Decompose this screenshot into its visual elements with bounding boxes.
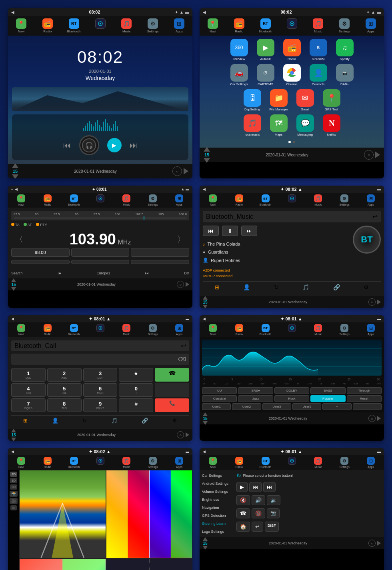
up-arrow-1[interactable] [12, 163, 18, 168]
num-0[interactable]: 0+ [119, 383, 153, 397]
nav-settings-1[interactable]: ⚙ Settings [140, 18, 166, 34]
app-dab[interactable]: 📷 DAB+ [333, 64, 357, 86]
prev-btn-s[interactable]: ⏮ [249, 482, 262, 492]
eq-plus[interactable]: + [322, 403, 351, 410]
nav-settings-2[interactable]: ⚙ Settings [331, 18, 358, 34]
app-360view[interactable]: 360 360View [227, 39, 251, 61]
nav-music-3[interactable]: 🎵 Music [113, 194, 140, 207]
back-icon-6[interactable]: ◀ [203, 317, 206, 321]
nav-settings-8[interactable]: ⚙Settings [331, 456, 358, 469]
down-arrow-8[interactable] [203, 546, 208, 550]
prev-station[interactable]: ⏮ [58, 271, 62, 275]
play-button[interactable]: ▶ [107, 138, 122, 152]
nav-settings-6[interactable]: ⚙Settings [331, 323, 358, 336]
nav-settings-7[interactable]: ⚙Settings [140, 456, 166, 469]
eq-user3[interactable]: User3 [262, 403, 291, 410]
num-1[interactable]: 1QLD [11, 368, 46, 382]
nav-settings-4[interactable]: ⚙Settings [331, 194, 358, 207]
eq-jazz[interactable]: Jazz [238, 395, 273, 402]
nav-navi-7[interactable]: 📍Navi [8, 456, 34, 469]
cam-photo-btn[interactable]: 📸 [10, 491, 18, 497]
nav-apps-2[interactable]: ⊞ Apps [358, 18, 384, 34]
up-arrow-4[interactable] [203, 296, 208, 300]
preset-1[interactable]: 98.00 [11, 248, 70, 257]
nav-music-1[interactable]: 🎵 Music [113, 18, 140, 34]
nav-bt-5[interactable]: BTBluetooth [61, 323, 87, 336]
nav-music-2[interactable]: 🎵 Music [305, 18, 331, 34]
bt-link-icon[interactable]: 🔗 [333, 284, 340, 290]
back-icon-4[interactable]: ◀ [203, 187, 206, 191]
nav-music-8[interactable]: 🎵Music [305, 456, 331, 469]
up-arrow-2[interactable] [204, 147, 210, 152]
app-siriusxm[interactable]: S SiriusXM [306, 39, 330, 61]
app-chrome[interactable]: Chrome [280, 64, 304, 86]
bt-gear-icon[interactable]: ⚙ [364, 284, 369, 290]
up-arrow-5[interactable] [11, 429, 16, 432]
cam-3d-btn-2[interactable]: 3D [10, 484, 17, 490]
eq-user2[interactable]: User2 [232, 403, 261, 410]
back-tri-3[interactable]: ◀ [15, 187, 18, 191]
hangup-btn[interactable]: 📵 [252, 508, 265, 518]
eq-rock[interactable]: Rock [274, 395, 309, 402]
app-carsettings[interactable]: 🚗 Car Settings [227, 64, 251, 86]
bt-call-back[interactable]: ↩ [181, 342, 186, 350]
preset-6[interactable] [131, 260, 189, 264]
preset-3[interactable] [131, 248, 189, 257]
next-station[interactable]: ⏭ [145, 271, 149, 275]
nav-cam-5[interactable] [87, 323, 114, 336]
nav-music-6[interactable]: 🎵Music [305, 323, 331, 336]
eq-reset[interactable]: Reset [347, 395, 382, 402]
nav-bt-1[interactable]: BT Bluetooth [61, 18, 87, 34]
app-autokit[interactable]: ▶ AutoKit [254, 39, 278, 61]
nav-apps-3[interactable]: ⊞ Apps [166, 194, 192, 207]
nav-bt-3[interactable]: BT Bluetooth [61, 194, 87, 207]
app-spotify[interactable]: ♫ Spotify [333, 39, 357, 61]
nav-music-5[interactable]: 🎵Music [113, 323, 140, 336]
vol-down-btn[interactable]: 🔉 [267, 495, 280, 505]
nav-radio-5[interactable]: 📻Radio [34, 323, 61, 336]
nav-bt-6[interactable]: BTBluetooth [252, 323, 279, 336]
down-arrow-3[interactable] [11, 287, 16, 291]
call-gear-icon[interactable]: ⚙ [172, 418, 177, 424]
back-triangle-1[interactable] [184, 168, 188, 174]
app-dspsetting[interactable]: 🎛 DspSetting [240, 89, 264, 111]
nav-navi-8[interactable]: 📍Navi [200, 456, 226, 469]
app-gmail[interactable]: ✉ Gmail [293, 89, 317, 111]
app-cartpms[interactable]: ⏱ CARTPMS [254, 64, 278, 86]
home-btn-5[interactable]: ○ [177, 431, 184, 438]
home-btn-3[interactable]: ○ [177, 281, 184, 288]
next-icon[interactable]: ⏭ [130, 141, 138, 150]
camera-btn-s[interactable]: 📷 [267, 508, 280, 518]
nav-cam-2[interactable] [279, 18, 305, 34]
eq-uu[interactable]: UU [202, 387, 237, 394]
call-keypad-icon[interactable]: ⊞ [23, 418, 28, 424]
up-arrow-8[interactable] [203, 537, 208, 541]
eq-classical[interactable]: Classical [202, 395, 237, 402]
eq-bass[interactable]: BASS [310, 387, 345, 394]
eq-through[interactable]: Through [347, 387, 382, 394]
down-arrow-6[interactable] [203, 421, 208, 425]
nav-bt-4[interactable]: BTBluetooth [252, 194, 279, 207]
nav-radio-3[interactable]: 📻 Radio [34, 194, 61, 207]
disf-btn[interactable]: DISF [265, 522, 279, 532]
num-6[interactable]: 6MNO [83, 383, 118, 397]
nav-cam-6[interactable] [279, 323, 305, 336]
num-4[interactable]: 4GHI [11, 383, 46, 397]
eq-minus[interactable]: – [353, 403, 382, 410]
app-localmusic[interactable]: 🎵 localmusic [240, 114, 264, 136]
next-btn-s[interactable]: ⏭ [263, 482, 276, 492]
num-5[interactable]: 5JKL [47, 383, 82, 397]
num-hash[interactable]: # [119, 398, 153, 412]
nav-navi-6[interactable]: 📍Navi [200, 323, 226, 336]
nav-music-4[interactable]: 🎵Music [305, 194, 331, 207]
eq-popular[interactable]: Popular [310, 395, 345, 402]
nav-apps-4[interactable]: ⊞Apps [358, 194, 384, 207]
app-radio[interactable]: 📻 Radio [280, 39, 304, 61]
down-arrow-1[interactable] [12, 174, 18, 178]
nav-radio-8[interactable]: 📻Radio [226, 456, 252, 469]
back-tri-btn-4[interactable] [377, 300, 381, 304]
num-star[interactable]: ★ [119, 368, 153, 382]
back-btn-s[interactable]: ↩ [252, 522, 263, 532]
search-btn[interactable]: Search [11, 271, 23, 275]
nav-apps-5[interactable]: ⊞Apps [166, 323, 192, 336]
